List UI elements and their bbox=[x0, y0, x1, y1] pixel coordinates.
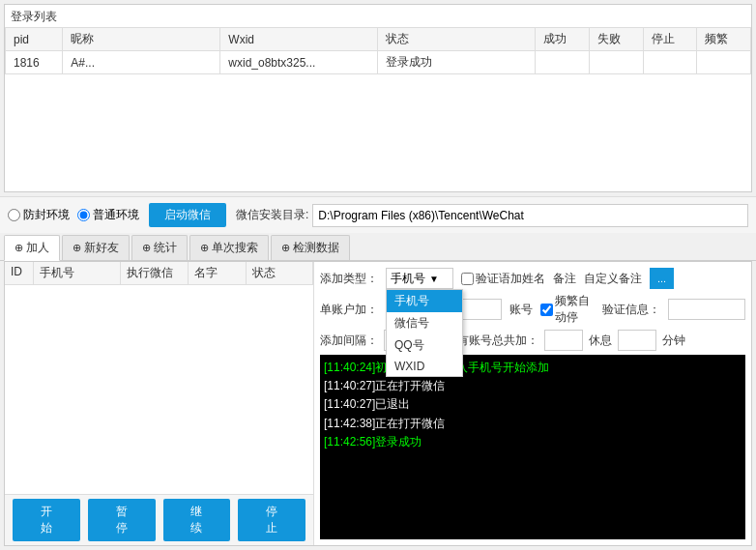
rest-input[interactable] bbox=[618, 330, 656, 351]
left-panel: ID 手机号 执行微信 名字 状态 开始 暂停 继续 停止 bbox=[5, 262, 314, 545]
cell-wxid: wxid_o8btx325... bbox=[220, 51, 378, 74]
account-label: 单账户加： bbox=[320, 302, 378, 318]
table-row[interactable]: 1816 A#... wxid_o8btx325... 登录成功 bbox=[6, 51, 751, 74]
detect-data-icon: ⊕ bbox=[281, 242, 290, 254]
cell-frequent bbox=[697, 51, 751, 74]
log-line: [11:42:56]登录成功 bbox=[324, 433, 741, 451]
start-button[interactable]: 开始 bbox=[13, 499, 80, 541]
tab-single-search-label: 单次搜索 bbox=[212, 240, 258, 256]
form-row-2: 单账户加： 账号 频繁自动停 验证信息： bbox=[320, 293, 745, 326]
cell-nickname: A#... bbox=[63, 51, 220, 74]
radio-normal-text: 普通环境 bbox=[93, 207, 139, 223]
section-title: 登录列表 bbox=[5, 5, 751, 27]
col-success: 成功 bbox=[536, 28, 590, 51]
right-panel: 添加类型： 手机号 ▼ 手机号 微信号 QQ号 WXID 验证语加姓名 bbox=[314, 262, 751, 545]
cell-pid: 1816 bbox=[6, 51, 63, 74]
left-col-wechat: 执行微信 bbox=[121, 262, 189, 284]
stats-icon: ⊕ bbox=[142, 242, 151, 254]
log-line: [11:42:38]正在打开微信 bbox=[324, 415, 741, 433]
col-nickname: 昵称 bbox=[63, 28, 220, 51]
col-wxid: Wxid bbox=[220, 28, 378, 51]
custom-note-label: 自定义备注 bbox=[584, 271, 642, 287]
tab-detect-data[interactable]: ⊕ 检测数据 bbox=[271, 235, 350, 260]
login-table: pid 昵称 Wxid 状态 成功 失败 停止 频繁 1816 A#... wx bbox=[5, 27, 751, 74]
tab-detect-data-label: 检测数据 bbox=[293, 240, 339, 256]
log-area: [11:40:24]初始化完成，导入手机号开始添加[11:40:27]正在打开微… bbox=[320, 355, 745, 539]
tab-stats[interactable]: ⊕ 统计 bbox=[131, 235, 188, 260]
login-list-area[interactable]: pid 昵称 Wxid 状态 成功 失败 停止 频繁 1816 A#... wx bbox=[5, 27, 751, 191]
bottom-section: ID 手机号 执行微信 名字 状态 开始 暂停 继续 停止 添加类型： bbox=[4, 261, 752, 546]
total-input[interactable] bbox=[544, 330, 583, 351]
radio-group: 防封环境 普通环境 bbox=[8, 207, 139, 223]
radio-anti-label[interactable]: 防封环境 bbox=[8, 207, 70, 223]
left-col-status: 状态 bbox=[247, 262, 313, 284]
tab-add-label: 加人 bbox=[26, 240, 49, 256]
cell-status: 登录成功 bbox=[378, 51, 536, 74]
cell-stop bbox=[643, 51, 697, 74]
add-icon: ⊕ bbox=[15, 242, 23, 254]
account-suffix: 账号 bbox=[509, 302, 533, 318]
radio-normal-label[interactable]: 普通环境 bbox=[77, 207, 139, 223]
interval-label: 添加间隔： bbox=[320, 333, 378, 349]
rest-unit: 分钟 bbox=[662, 333, 685, 349]
log-line: [11:40:27]已退出 bbox=[324, 395, 741, 414]
pause-button[interactable]: 暂停 bbox=[88, 499, 156, 541]
main-container: 登录列表 pid 昵称 Wxid 状态 成功 失败 停止 频繁 bbox=[0, 0, 756, 550]
option-phone[interactable]: 手机号 bbox=[387, 290, 462, 312]
verify-name-label[interactable]: 验证语加姓名 bbox=[461, 271, 545, 287]
login-section: 登录列表 pid 昵称 Wxid 状态 成功 失败 停止 频繁 bbox=[4, 4, 752, 192]
add-type-btn[interactable]: 手机号 ▼ bbox=[386, 268, 453, 289]
verify-name-text: 验证语加姓名 bbox=[476, 271, 545, 287]
env-row: 防封环境 普通环境 启动微信 微信安装目录: bbox=[0, 196, 756, 233]
cell-success bbox=[536, 51, 590, 74]
tab-new-friend-label: 新好友 bbox=[84, 240, 119, 256]
option-wechat[interactable]: 微信号 bbox=[387, 312, 462, 334]
radio-anti-text: 防封环境 bbox=[23, 207, 70, 223]
option-wxid[interactable]: WXID bbox=[387, 357, 462, 376]
frequent-auto-checkbox[interactable] bbox=[540, 304, 553, 316]
frequent-auto-label[interactable]: 频繁自动停 bbox=[540, 293, 595, 326]
left-col-name: 名字 bbox=[189, 262, 247, 284]
resume-button[interactable]: 继续 bbox=[163, 499, 231, 541]
log-line: [11:40:27]正在打开微信 bbox=[324, 377, 741, 395]
tab-add[interactable]: ⊕ 加人 bbox=[4, 235, 60, 261]
bottom-buttons: 开始 暂停 继续 停止 bbox=[5, 494, 313, 545]
path-group: 微信安装目录: bbox=[236, 204, 748, 227]
col-stop: 停止 bbox=[643, 28, 697, 51]
dropdown-arrow-icon: ▼ bbox=[429, 274, 439, 284]
path-label: 微信安装目录: bbox=[236, 207, 308, 223]
new-friend-icon: ⊕ bbox=[73, 242, 81, 254]
col-fail: 失败 bbox=[589, 28, 643, 51]
col-status: 状态 bbox=[378, 28, 536, 51]
tab-stats-label: 统计 bbox=[154, 240, 177, 256]
add-type-dropdown[interactable]: 手机号 ▼ 手机号 微信号 QQ号 WXID bbox=[386, 268, 453, 289]
form-row-1: 添加类型： 手机号 ▼ 手机号 微信号 QQ号 WXID 验证语加姓名 bbox=[320, 268, 745, 289]
left-table-content bbox=[5, 285, 313, 494]
left-col-phone: 手机号 bbox=[34, 262, 121, 284]
radio-anti[interactable] bbox=[8, 209, 20, 221]
interval-row: 添加间隔： 秒 所有账号总共加： 休息 分钟 bbox=[320, 330, 745, 351]
verify-name-checkbox[interactable] bbox=[461, 273, 474, 285]
rest-label: 休息 bbox=[589, 333, 612, 349]
tab-single-search[interactable]: ⊕ 单次搜索 bbox=[189, 235, 269, 260]
add-type-menu: 手机号 微信号 QQ号 WXID bbox=[386, 289, 463, 377]
option-qq[interactable]: QQ号 bbox=[387, 334, 462, 357]
tabs-row: ⊕ 加人 ⊕ 新好友 ⊕ 统计 ⊕ 单次搜索 ⊕ 检测数据 bbox=[0, 233, 756, 261]
tab-new-friend[interactable]: ⊕ 新好友 bbox=[62, 235, 130, 260]
add-type-value: 手机号 bbox=[391, 271, 425, 287]
radio-normal[interactable] bbox=[77, 209, 90, 221]
left-table-header: ID 手机号 执行微信 名字 状态 bbox=[5, 262, 313, 285]
path-input[interactable] bbox=[312, 204, 748, 227]
note-label: 备注 bbox=[553, 271, 576, 287]
start-wechat-button[interactable]: 启动微信 bbox=[149, 203, 226, 227]
add-type-label: 添加类型： bbox=[320, 271, 378, 287]
col-frequent: 频繁 bbox=[697, 28, 751, 51]
col-pid: pid bbox=[6, 28, 63, 51]
custom-note-btn[interactable]: ... bbox=[650, 268, 674, 289]
verify-info-label: 验证信息： bbox=[602, 302, 660, 318]
cell-fail bbox=[589, 51, 643, 74]
single-search-icon: ⊕ bbox=[200, 242, 209, 254]
frequent-auto-text: 频繁自动停 bbox=[555, 293, 595, 326]
stop-button[interactable]: 停止 bbox=[238, 499, 305, 541]
verify-info-input[interactable] bbox=[668, 299, 745, 320]
